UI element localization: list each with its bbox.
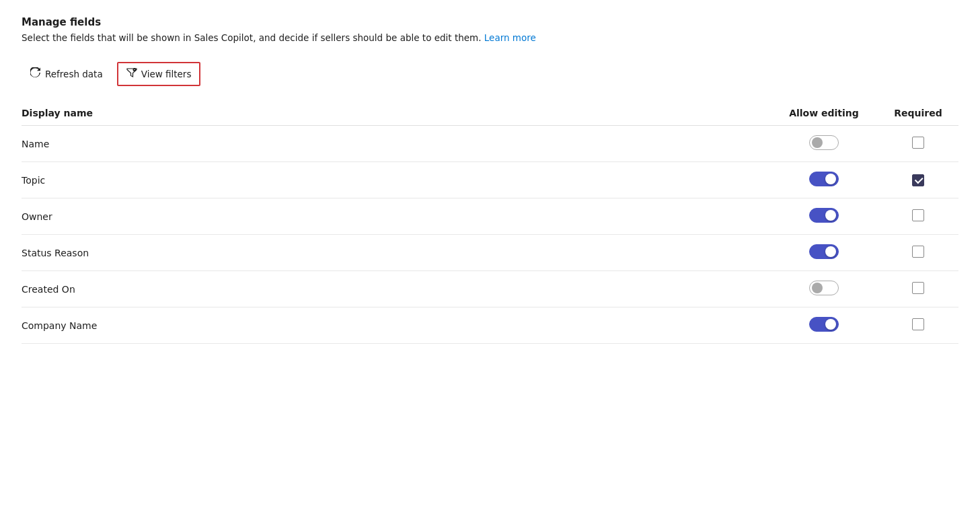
page-subtitle: Select the fields that will be shown in … xyxy=(22,32,958,43)
field-name-company-name: Company Name xyxy=(22,307,770,344)
toggle-owner[interactable] xyxy=(809,208,839,223)
toggle-topic[interactable] xyxy=(809,172,839,186)
page-title: Manage fields xyxy=(22,16,958,28)
field-name-status-reason: Status Reason xyxy=(22,235,770,271)
toggle-created-on[interactable] xyxy=(809,281,839,295)
toggle-name[interactable] xyxy=(809,135,839,150)
required-checkbox-name[interactable] xyxy=(912,137,924,149)
allow-editing-cell-name xyxy=(770,126,878,162)
fields-table: Display name Allow editing Required Name… xyxy=(22,102,958,344)
table-row: Created On xyxy=(22,271,958,307)
required-cell-topic xyxy=(878,162,958,198)
view-filters-button[interactable]: View filters xyxy=(117,62,201,86)
field-name-created-on: Created On xyxy=(22,271,770,307)
toggle-company-name[interactable] xyxy=(809,317,839,332)
view-filters-label: View filters xyxy=(141,69,192,79)
toolbar: Refresh data View filters xyxy=(22,62,958,86)
table-row: Topic xyxy=(22,162,958,198)
allow-editing-cell-created-on xyxy=(770,271,878,307)
col-required-header: Required xyxy=(878,102,958,126)
required-cell-created-on xyxy=(878,271,958,307)
refresh-data-button[interactable]: Refresh data xyxy=(22,63,112,85)
learn-more-link[interactable]: Learn more xyxy=(484,32,536,43)
allow-editing-cell-company-name xyxy=(770,307,878,344)
toggle-status-reason[interactable] xyxy=(809,244,839,259)
required-checkbox-company-name[interactable] xyxy=(912,318,924,330)
allow-editing-cell-owner xyxy=(770,198,878,235)
table-header-row: Display name Allow editing Required xyxy=(22,102,958,126)
required-checkbox-status-reason[interactable] xyxy=(912,246,924,258)
required-cell-status-reason xyxy=(878,235,958,271)
allow-editing-cell-status-reason xyxy=(770,235,878,271)
required-cell-company-name xyxy=(878,307,958,344)
table-row: Name xyxy=(22,126,958,162)
refresh-data-label: Refresh data xyxy=(45,69,103,79)
required-cell-name xyxy=(878,126,958,162)
required-cell-owner xyxy=(878,198,958,235)
filter-icon xyxy=(126,67,137,81)
field-name-topic: Topic xyxy=(22,162,770,198)
col-allow-editing-header: Allow editing xyxy=(770,102,878,126)
required-checkbox-created-on[interactable] xyxy=(912,282,924,294)
required-checkbox-topic[interactable] xyxy=(912,174,924,186)
subtitle-text: Select the fields that will be shown in … xyxy=(22,32,482,43)
allow-editing-cell-topic xyxy=(770,162,878,198)
col-display-name-header: Display name xyxy=(22,102,770,126)
required-checkbox-owner[interactable] xyxy=(912,209,924,221)
table-row: Status Reason xyxy=(22,235,958,271)
field-name-owner: Owner xyxy=(22,198,770,235)
table-row: Company Name xyxy=(22,307,958,344)
field-name-name: Name xyxy=(22,126,770,162)
refresh-icon xyxy=(30,67,41,81)
table-row: Owner xyxy=(22,198,958,235)
